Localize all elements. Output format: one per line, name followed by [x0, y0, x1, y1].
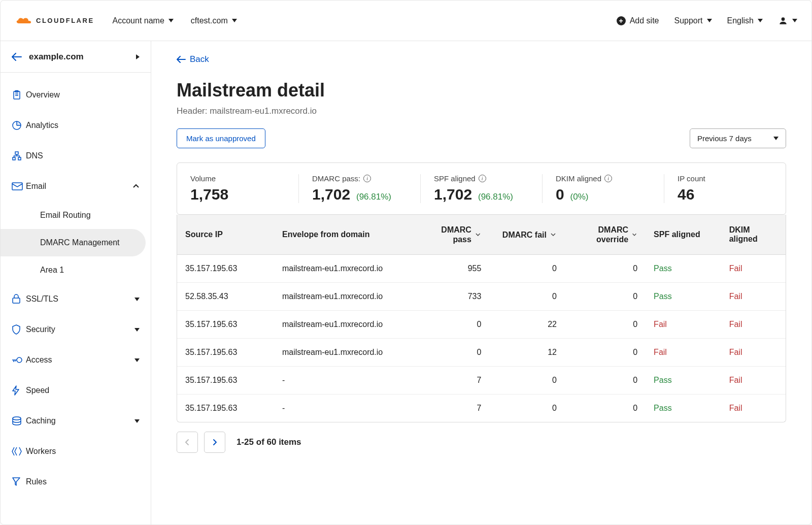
cell-source-ip: 35.157.195.63 [177, 255, 274, 283]
col-dkim-aligned[interactable]: DKIM aligned [721, 215, 786, 255]
cell-dmarc-override: 0 [565, 367, 646, 395]
cell-dmarc-override: 0 [565, 311, 646, 339]
brand-logo[interactable]: CLOUDFLARE [15, 15, 94, 26]
svg-point-12 [13, 417, 21, 420]
sidebar-item-analytics[interactable]: Analytics [1, 110, 151, 141]
cell-spf-aligned: Pass [646, 367, 721, 395]
site-name-label: cftest.com [191, 16, 228, 25]
table-row[interactable]: 35.157.195.63mailstream-eu1.mxrecord.io0… [177, 311, 786, 339]
main-content: Back Mailstream detail Header: mailstrea… [151, 41, 811, 524]
stat-ip-count: IP count 46 [664, 174, 786, 203]
cell-source-ip: 35.157.195.63 [177, 339, 274, 367]
language-menu[interactable]: English [727, 16, 763, 25]
stat-label: IP count [678, 174, 772, 183]
cell-source-ip: 52.58.35.43 [177, 283, 274, 311]
sidebar-item-label: Workers [26, 447, 140, 456]
caret-down-icon [134, 328, 140, 332]
cell-dmarc-pass: 7 [414, 367, 490, 395]
info-icon[interactable]: i [479, 175, 486, 182]
svg-rect-8 [18, 157, 21, 160]
col-envelope[interactable]: Envelope from domain [274, 215, 414, 255]
sidebar-item-email[interactable]: Email [1, 171, 151, 202]
hierarchy-icon [12, 151, 26, 161]
info-icon[interactable]: i [363, 175, 371, 182]
col-dmarc-fail[interactable]: DMARC fail [489, 215, 565, 255]
col-dmarc-override[interactable]: DMARC override [565, 215, 646, 255]
cell-dkim-aligned: Fail [721, 311, 786, 339]
sidebar: example.com OverviewAnalyticsDNSEmailEma… [1, 41, 151, 524]
sidebar-subitem-email-routing[interactable]: Email Routing [1, 202, 146, 229]
table-row[interactable]: 35.157.195.63-700PassFail [177, 395, 786, 422]
next-page-button[interactable] [204, 432, 225, 453]
cell-spf-aligned: Fail [646, 311, 721, 339]
sidebar-item-security[interactable]: Security [1, 314, 151, 345]
svg-rect-6 [15, 152, 18, 154]
sidebar-item-label: Speed [26, 386, 140, 395]
svg-rect-7 [13, 157, 15, 160]
sidebar-item-access[interactable]: Access [1, 345, 151, 375]
add-site-button[interactable]: + Add site [617, 16, 659, 25]
cell-envelope: - [274, 367, 414, 395]
support-menu[interactable]: Support [674, 16, 712, 25]
bolt-icon [12, 385, 26, 396]
cell-dmarc-fail: 0 [489, 395, 565, 422]
stat-label: DMARC pass: i [312, 174, 407, 183]
back-label: Back [190, 54, 209, 64]
stat-dmarc-pass: DMARC pass: i 1,702 (96.81%) [299, 174, 421, 203]
sidebar-item-ssl-tls[interactable]: SSL/TLS [1, 284, 151, 314]
account-selector[interactable]: Account name [113, 16, 174, 25]
table-row[interactable]: 35.157.195.63-700PassFail [177, 367, 786, 395]
caret-down-icon [134, 358, 140, 362]
lock-icon [12, 294, 26, 304]
cell-dkim-aligned: Fail [721, 339, 786, 367]
domain-breadcrumb[interactable]: example.com [1, 41, 151, 73]
email-icon [12, 182, 26, 190]
sidebar-item-overview[interactable]: Overview [1, 80, 151, 110]
stat-volume: Volume 1,758 [177, 174, 299, 203]
stat-spf-aligned: SPF aligned i 1,702 (96.81%) [421, 174, 543, 203]
cell-spf-aligned: Pass [646, 283, 721, 311]
stats-panel: Volume 1,758 DMARC pass: i 1,702 (96.81%… [177, 162, 786, 215]
cell-dmarc-pass: 0 [414, 311, 490, 339]
cell-dmarc-override: 0 [565, 255, 646, 283]
col-spf-aligned[interactable]: SPF aligned [646, 215, 721, 255]
sidebar-subitem-area-1[interactable]: Area 1 [1, 256, 146, 284]
user-menu[interactable] [778, 16, 797, 26]
sidebar-item-speed[interactable]: Speed [1, 375, 151, 406]
cache-icon [12, 416, 26, 425]
cell-dmarc-fail: 22 [489, 311, 565, 339]
col-source-ip[interactable]: Source IP [177, 215, 274, 255]
site-selector[interactable]: cftest.com [191, 16, 237, 25]
workers-icon [12, 446, 26, 456]
info-icon[interactable]: i [604, 175, 612, 182]
cell-source-ip: 35.157.195.63 [177, 367, 274, 395]
cell-dmarc-pass: 733 [414, 283, 490, 311]
sidebar-item-workers[interactable]: Workers [1, 436, 151, 467]
back-link[interactable]: Back [177, 54, 209, 64]
cell-spf-aligned: Fail [646, 339, 721, 367]
caret-down-icon [758, 19, 763, 22]
cell-envelope: mailstream-eu1.mxrecord.io [274, 339, 414, 367]
back-arrow-icon[interactable] [12, 53, 22, 61]
table-row[interactable]: 35.157.195.63mailstream-eu1.mxrecord.io0… [177, 339, 786, 367]
svg-point-0 [782, 17, 785, 21]
stat-percent: (0%) [570, 192, 589, 202]
sidebar-subitem-dmarc-management[interactable]: DMARC Management [1, 229, 146, 256]
sidebar-item-rules[interactable]: Rules [1, 467, 151, 497]
prev-page-button[interactable] [177, 432, 198, 453]
table-row[interactable]: 35.157.195.63mailstream-eu1.mxrecord.io9… [177, 255, 786, 283]
cell-dmarc-override: 0 [565, 339, 646, 367]
sidebar-item-label: SSL/TLS [26, 294, 134, 304]
pagination-text: 1-25 of 60 items [236, 437, 301, 447]
table-row[interactable]: 52.58.35.43mailstream-eu1.mxrecord.io733… [177, 283, 786, 311]
chevron-right-icon [212, 439, 218, 446]
stat-value: 46 [678, 186, 694, 203]
chevron-down-icon [550, 231, 557, 238]
cell-envelope: mailstream-eu1.mxrecord.io [274, 283, 414, 311]
sidebar-item-dns[interactable]: DNS [1, 141, 151, 171]
sidebar-item-caching[interactable]: Caching [1, 406, 151, 436]
caret-down-icon [707, 19, 712, 22]
col-dmarc-pass[interactable]: DMARC pass [414, 215, 490, 255]
time-range-select[interactable]: Previous 7 days [690, 128, 786, 148]
mark-unapproved-button[interactable]: Mark as unapproved [177, 128, 265, 148]
